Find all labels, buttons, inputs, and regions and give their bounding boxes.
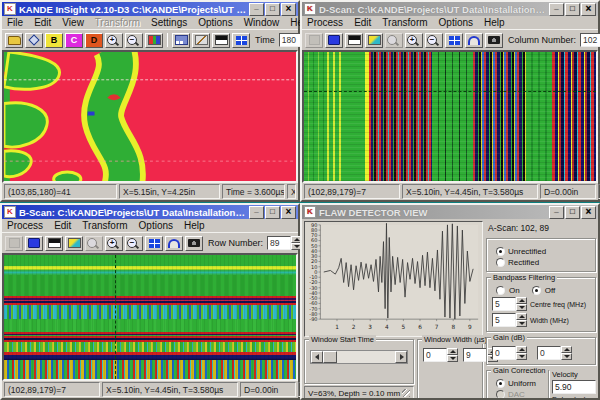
down-arrow[interactable] xyxy=(516,353,527,360)
contrast-icon[interactable] xyxy=(45,236,63,251)
snapshot-icon[interactable] xyxy=(485,33,503,48)
menu-options[interactable]: Options xyxy=(439,17,473,28)
radio-rectified[interactable] xyxy=(496,258,505,267)
zoom-in-icon[interactable] xyxy=(105,33,123,48)
open-file-icon[interactable] xyxy=(5,33,23,48)
column-number-value[interactable]: 102 xyxy=(580,33,600,47)
solid-view-icon[interactable] xyxy=(325,33,343,48)
properties-icon[interactable] xyxy=(192,33,210,48)
velocity-field[interactable]: 5.90 xyxy=(552,380,596,394)
close-button[interactable] xyxy=(581,206,596,219)
row-number-value[interactable]: 89 xyxy=(267,236,291,250)
cscan-image[interactable] xyxy=(2,50,298,183)
unrectified-label[interactable]: Unrectified xyxy=(508,247,546,256)
down-arrow[interactable] xyxy=(447,355,458,362)
menu-view[interactable]: View xyxy=(62,17,84,28)
menu-process[interactable]: Process xyxy=(307,17,343,28)
arch-view-icon[interactable] xyxy=(165,236,183,251)
bandpass-off-label[interactable]: Off xyxy=(545,286,556,295)
scroll-thumb[interactable] xyxy=(323,351,337,363)
resize-grip[interactable] xyxy=(402,389,410,397)
uniform-label[interactable]: Uniform xyxy=(508,379,536,388)
maximize-button[interactable] xyxy=(565,206,580,219)
up-arrow[interactable] xyxy=(516,297,527,304)
down-arrow[interactable] xyxy=(561,353,572,360)
radio-uniform[interactable] xyxy=(496,379,505,388)
down-arrow[interactable] xyxy=(516,304,527,311)
menu-process[interactable]: Process xyxy=(7,220,43,231)
menu-transform[interactable]: Transform xyxy=(382,17,427,28)
window-start-value[interactable]: 0 xyxy=(423,348,447,362)
tile-view-icon[interactable] xyxy=(232,33,250,48)
contrast-icon[interactable] xyxy=(212,33,230,48)
maximize-button[interactable] xyxy=(265,3,280,16)
b-scan-view-icon[interactable] xyxy=(45,33,63,48)
close-button[interactable] xyxy=(281,3,296,16)
menu-edit[interactable]: Edit xyxy=(354,17,371,28)
menu-options[interactable]: Options xyxy=(139,220,173,231)
up-arrow[interactable] xyxy=(516,346,527,353)
menu-help[interactable]: Help xyxy=(184,220,205,231)
d-scan-view-icon[interactable] xyxy=(85,33,103,48)
filter-width-value[interactable]: 5 xyxy=(492,313,516,327)
radio-unrectified[interactable] xyxy=(496,247,505,256)
titlebar-flaw[interactable]: FLAW DETECTOR VIEW xyxy=(302,205,598,219)
up-arrow[interactable] xyxy=(561,346,572,353)
window-width-value[interactable]: 9 xyxy=(463,348,487,362)
zoom-in-icon[interactable] xyxy=(405,33,423,48)
maximize-button[interactable] xyxy=(565,3,580,16)
tile-view-icon[interactable] xyxy=(145,236,163,251)
shade-view-icon[interactable] xyxy=(365,33,383,48)
gain-coarse-value[interactable]: 0 xyxy=(492,346,516,360)
c-scan-view-icon[interactable] xyxy=(65,33,83,48)
tile-view-icon[interactable] xyxy=(445,33,463,48)
rectified-label[interactable]: Rectified xyxy=(508,258,539,267)
radio-bandpass-on[interactable] xyxy=(496,286,505,295)
menu-settings[interactable]: Settings xyxy=(151,17,187,28)
menu-help[interactable]: Help xyxy=(484,17,505,28)
shade-view-icon[interactable] xyxy=(65,236,83,251)
menu-edit[interactable]: Edit xyxy=(34,17,51,28)
window-start-scrollbar[interactable] xyxy=(310,350,408,364)
menu-window[interactable]: Window xyxy=(244,17,280,28)
palette-icon[interactable] xyxy=(145,33,163,48)
contrast-icon[interactable] xyxy=(345,33,363,48)
table-icon[interactable] xyxy=(172,33,190,48)
minimize-button[interactable] xyxy=(249,206,264,219)
solid-view-icon[interactable] xyxy=(25,236,43,251)
menu-file[interactable]: File xyxy=(7,17,23,28)
bscan-image[interactable] xyxy=(2,253,298,381)
centre-freq-value[interactable]: 5 xyxy=(492,297,516,311)
dscan-image[interactable] xyxy=(302,50,598,183)
zoom-out-icon[interactable] xyxy=(125,33,143,48)
maximize-button[interactable] xyxy=(265,206,280,219)
minimize-button[interactable] xyxy=(549,3,564,16)
snapshot-icon[interactable] xyxy=(185,236,203,251)
zoom-out-icon[interactable] xyxy=(125,236,143,251)
titlebar-bscan[interactable]: B-Scan: C:\KANDE\Projects\UT Data\Instal… xyxy=(2,205,298,219)
gain-fine-value[interactable]: 0 xyxy=(537,346,561,360)
export-icon[interactable] xyxy=(25,33,43,48)
radio-bandpass-off[interactable] xyxy=(532,286,541,295)
close-button[interactable] xyxy=(281,206,296,219)
scroll-left-button[interactable] xyxy=(311,351,323,363)
titlebar-dscan[interactable]: D-Scan: C:\KANDE\Projects\UT Data\Instal… xyxy=(302,2,598,16)
up-arrow[interactable] xyxy=(516,313,527,320)
menu-options[interactable]: Options xyxy=(198,17,232,28)
up-arrow[interactable] xyxy=(447,348,458,355)
zoom-out-icon[interactable] xyxy=(425,33,443,48)
zoom-in-icon[interactable] xyxy=(105,236,123,251)
close-button[interactable] xyxy=(581,3,596,16)
bandpass-on-label[interactable]: On xyxy=(509,286,520,295)
down-arrow[interactable] xyxy=(516,320,527,327)
flaw-status-bar: V=63%, Depth = 0.10 mm xyxy=(304,386,414,398)
ascan-plot[interactable]: -90-80-70-60-50-40-30-20-100102030405060… xyxy=(304,221,483,337)
scroll-track[interactable] xyxy=(337,351,395,363)
minimize-button[interactable] xyxy=(249,3,264,16)
menu-transform[interactable]: Transform xyxy=(82,220,127,231)
scroll-right-button[interactable] xyxy=(395,351,407,363)
minimize-button[interactable] xyxy=(549,206,564,219)
titlebar-cscan[interactable]: KANDE InSight v2.10-D3 C:\KANDE\Projects… xyxy=(2,2,298,16)
arch-view-icon[interactable] xyxy=(465,33,483,48)
menu-edit[interactable]: Edit xyxy=(54,220,71,231)
